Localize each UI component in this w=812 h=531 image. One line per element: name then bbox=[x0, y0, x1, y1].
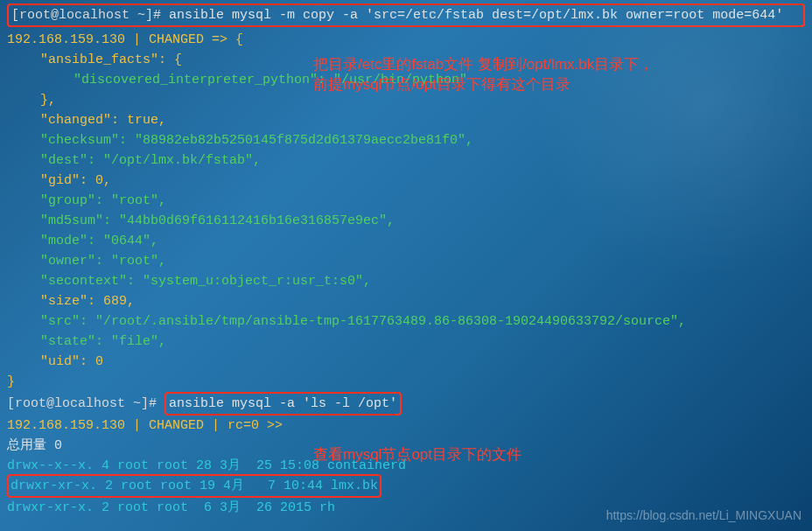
annotation-1: 把目录/etc里的fstab文件 复制到/opt/lmx.bk目录下， bbox=[313, 54, 654, 74]
output-host-line-2: 192.168.159.130 | CHANGED | rc=0 >> bbox=[7, 416, 805, 436]
watermark: https://blog.csdn.net/Li_MINGXUAN bbox=[606, 508, 802, 522]
ls-row-lmxbk: drwxr-xr-x. 2 root root 19 4月 7 10:44 lm… bbox=[10, 479, 378, 493]
output-size: "size": 689, bbox=[7, 291, 805, 311]
output-close-brace-2: } bbox=[7, 372, 805, 392]
output-secontext: "secontext": "system_u:object_r:usr_t:s0… bbox=[7, 271, 805, 291]
output-uid: "uid": 0 bbox=[7, 352, 805, 372]
output-state: "state": "file", bbox=[7, 332, 805, 352]
output-group: "group": "root", bbox=[7, 191, 805, 211]
command-2-highlight: ansible mysql -a 'ls -l /opt' bbox=[164, 392, 402, 416]
ls-row-lmxbk-wrapper: drwxr-xr-x. 2 root root 19 4月 7 10:44 lm… bbox=[7, 476, 805, 498]
output-owner: "owner": "root", bbox=[7, 251, 805, 271]
annotation-2: 前提mysql节点/opt目录下得有这个目录 bbox=[313, 74, 570, 94]
output-checksum: "checksum": "88982eb82b5250145f875d2d613… bbox=[7, 130, 805, 150]
command-line-1[interactable]: [root@localhost ~]# ansible mysql -m cop… bbox=[11, 5, 801, 25]
output-changed: "changed": true, bbox=[7, 110, 805, 130]
output-gid: "gid": 0, bbox=[7, 171, 805, 191]
shell-prompt-2: [root@localhost ~]# bbox=[7, 396, 164, 411]
output-host-line-1: 192.168.159.130 | CHANGED => { bbox=[7, 30, 805, 50]
output-mode: "mode": "0644", bbox=[7, 231, 805, 251]
command-line-2[interactable]: [root@localhost ~]# ansible mysql -a 'ls… bbox=[7, 392, 805, 416]
output-md5sum: "md5sum": "44bb0d69f616112416b16e316857e… bbox=[7, 211, 805, 231]
command-1-text: ansible mysql -m copy -a 'src=/etc/fstab… bbox=[169, 8, 783, 23]
command-1-highlight: [root@localhost ~]# ansible mysql -m cop… bbox=[7, 3, 805, 27]
command-2-text: ansible mysql -a 'ls -l /opt' bbox=[169, 396, 397, 411]
output-dest: "dest": "/opt/lmx.bk/fstab", bbox=[7, 150, 805, 171]
annotation-3: 查看mysql节点opt目录下的文件 bbox=[313, 444, 522, 465]
output-src: "src": "/root/.ansible/tmp/ansible-tmp-1… bbox=[7, 311, 805, 332]
shell-prompt-1: [root@localhost ~]# bbox=[11, 8, 169, 23]
ls-row-lmxbk-highlight: drwxr-xr-x. 2 root root 19 4月 7 10:44 lm… bbox=[7, 474, 382, 498]
